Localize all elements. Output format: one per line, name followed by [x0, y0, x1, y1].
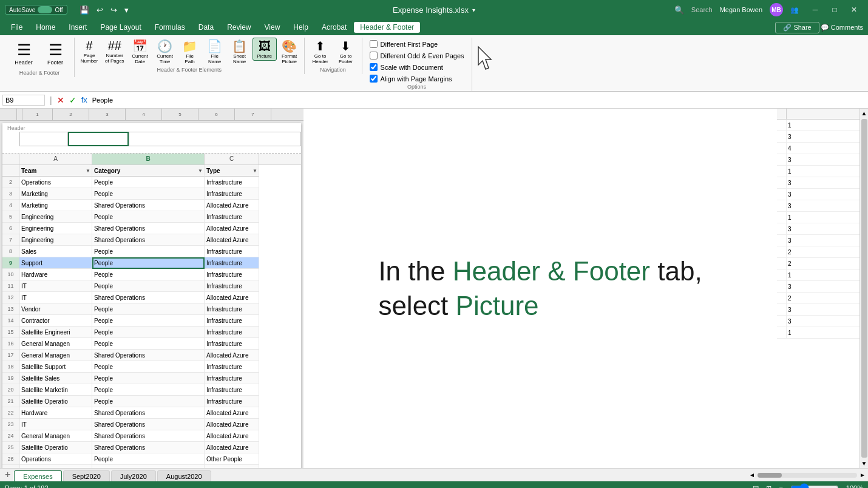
page-layout-view-icon[interactable]: ⊞ — [766, 484, 771, 489]
cell-A5[interactable]: Engineering — [19, 211, 92, 223]
normal-view-icon[interactable]: ▤ — [753, 484, 759, 489]
cell-A9[interactable]: Support — [19, 257, 92, 269]
cell-A22[interactable]: Hardware — [19, 407, 92, 419]
comments-button[interactable]: 💬 Comments — [821, 24, 863, 32]
close-button[interactable]: ✕ — [845, 4, 863, 15]
header-cell-right[interactable] — [129, 132, 301, 146]
page-number-button[interactable]: # PageNumber — [77, 38, 101, 65]
go-to-header-button[interactable]: ⬆ Go toHeader — [308, 38, 333, 66]
undo-button[interactable]: ↩ — [94, 4, 106, 16]
menu-home[interactable]: Home — [30, 22, 61, 33]
menu-data[interactable]: Data — [192, 22, 220, 33]
add-sheet-button[interactable]: + — [2, 469, 13, 481]
cell-A17[interactable]: General Managen — [19, 350, 92, 361]
filter-icon-A[interactable]: ▼ — [86, 165, 90, 177]
insert-function-icon[interactable]: fx — [81, 95, 87, 104]
cell-A25[interactable]: Satellite Operatio — [19, 442, 92, 453]
filename-dropdown-icon[interactable]: ▾ — [472, 7, 475, 13]
cell-C23[interactable]: Allocated Azure — [205, 419, 259, 430]
scroll-left-button[interactable]: ◄ — [747, 470, 758, 480]
cell-B12[interactable]: Shared Operations — [92, 292, 205, 303]
cell-C17[interactable]: Allocated Azure — [205, 350, 259, 361]
cell-A6[interactable]: Engineering — [19, 223, 92, 234]
cell-A13[interactable]: Vendor — [19, 303, 92, 315]
header-cell-left[interactable] — [19, 132, 68, 146]
align-margins-option[interactable]: Align with Page Margins — [370, 75, 464, 83]
format-picture-button[interactable]: 🎨 FormatPicture — [277, 38, 302, 66]
cell-C21[interactable]: Infrastructure — [205, 396, 259, 407]
cell-A10[interactable]: Hardware — [19, 269, 92, 280]
maximize-button[interactable]: □ — [826, 4, 844, 15]
redo-button[interactable]: ↪ — [108, 4, 120, 16]
confirm-formula-icon[interactable]: ✓ — [69, 95, 76, 105]
cell-C16[interactable]: Infrastructure — [205, 338, 259, 350]
cell-B16[interactable]: People — [92, 338, 205, 350]
cell-C26[interactable]: Other People — [205, 453, 259, 465]
cell-A8[interactable]: Sales — [19, 246, 92, 257]
menu-header-footer[interactable]: Header & Footer — [354, 22, 420, 33]
scroll-down-button[interactable]: ▼ — [860, 459, 868, 468]
cell-A3[interactable]: Marketing — [19, 188, 92, 200]
share-button[interactable]: 🔗 Share — [775, 22, 819, 33]
cell-C9[interactable]: Infrastructure — [205, 257, 259, 269]
cell-A4[interactable]: Marketing — [19, 200, 92, 211]
cell-C12[interactable]: Allocated Azure — [205, 292, 259, 303]
number-of-pages-button[interactable]: ## Numberof Pages — [102, 38, 127, 65]
cell-C15[interactable]: Infrastructure — [205, 327, 259, 338]
formula-input[interactable] — [90, 95, 866, 105]
cell-B8[interactable]: People — [92, 246, 205, 257]
align-margins-checkbox[interactable] — [370, 75, 378, 83]
file-name-button[interactable]: 📄 FileName — [203, 38, 227, 66]
cell-B11[interactable]: People — [92, 280, 205, 292]
scale-doc-option[interactable]: Scale with Document — [370, 63, 464, 71]
cell-A27[interactable]: Marketing — [19, 465, 92, 468]
cell-B22[interactable]: Shared Operations — [92, 407, 205, 419]
menu-file[interactable]: File — [5, 22, 29, 33]
cell-A26[interactable]: Operations — [19, 453, 92, 465]
cell-A24[interactable]: General Managen — [19, 430, 92, 442]
cell-A19[interactable]: Satellite Sales — [19, 373, 92, 384]
cell-B9[interactable]: People — [92, 257, 205, 269]
cell-B14[interactable]: People — [92, 315, 205, 327]
cell-A7[interactable]: Engineering — [19, 234, 92, 246]
cell-C4[interactable]: Allocated Azure — [205, 200, 259, 211]
cell-C14[interactable]: Infrastructure — [205, 315, 259, 327]
cell-A16[interactable]: General Managen — [19, 338, 92, 350]
header-cell-center[interactable] — [68, 132, 129, 146]
cell-C3[interactable]: Infrastructure — [205, 188, 259, 200]
cell-B17[interactable]: Shared Operations — [92, 350, 205, 361]
menu-page-layout[interactable]: Page Layout — [94, 22, 147, 33]
cell-C7[interactable]: Allocated Azure — [205, 234, 259, 246]
vertical-scrollbar[interactable]: ▲ ▼ — [860, 109, 868, 468]
cell-C27[interactable]: Other People — [205, 465, 259, 468]
cell-B6[interactable]: Shared Operations — [92, 223, 205, 234]
cell-C22[interactable]: Allocated Azure — [205, 407, 259, 419]
menu-review[interactable]: Review — [221, 22, 257, 33]
sheet-name-button[interactable]: 📋 SheetName — [228, 38, 252, 66]
cell-B10[interactable]: People — [92, 269, 205, 280]
cell-B13[interactable]: People — [92, 303, 205, 315]
filter-icon-B[interactable]: ▼ — [198, 165, 203, 177]
cell-A18[interactable]: Satellite Support — [19, 361, 92, 373]
cell-A14[interactable]: Contractor — [19, 315, 92, 327]
cell-A15[interactable]: Satellite Engineeri — [19, 327, 92, 338]
scale-doc-checkbox[interactable] — [370, 63, 378, 71]
cell-A23[interactable]: IT — [19, 419, 92, 430]
save-button[interactable]: 💾 — [77, 4, 92, 16]
cell-C11[interactable]: Infrastructure — [205, 280, 259, 292]
cell-B4[interactable]: Shared Operations — [92, 200, 205, 211]
tab-july2020[interactable]: July2020 — [111, 470, 156, 481]
diff-odd-even-option[interactable]: Different Odd & Even Pages — [370, 52, 464, 59]
autosave-toggle[interactable] — [38, 6, 52, 13]
cell-C13[interactable]: Infrastructure — [205, 303, 259, 315]
file-path-button[interactable]: 📁 FilePath — [178, 38, 202, 66]
cell-B18[interactable]: People — [92, 361, 205, 373]
menu-insert[interactable]: Insert — [63, 22, 93, 33]
tab-august2020[interactable]: August2020 — [157, 470, 211, 481]
cell-B25[interactable]: Shared Operations — [92, 442, 205, 453]
menu-formulas[interactable]: Formulas — [149, 22, 191, 33]
go-to-footer-button[interactable]: ⬇ Go toFooter — [334, 38, 358, 66]
zoom-slider[interactable] — [790, 483, 839, 488]
cell-B26[interactable]: People — [92, 453, 205, 465]
diff-first-page-option[interactable]: Different First Page — [370, 40, 464, 48]
